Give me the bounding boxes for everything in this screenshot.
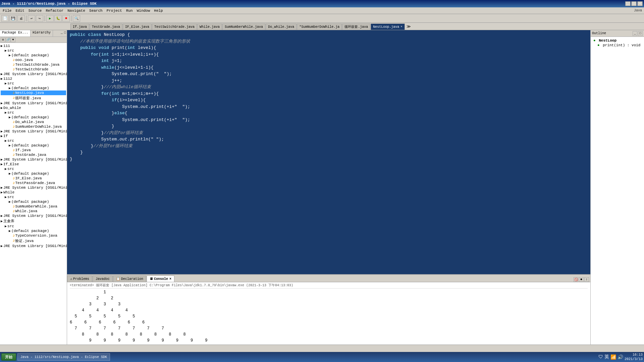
outline-max-button[interactable]: □ [638,31,643,36]
tab-while-java[interactable]: While.java [197,23,222,30]
tree-item[interactable]: ▶src [1,224,66,229]
tree-item[interactable]: JWhile.java [1,209,66,214]
tab-if-java[interactable]: If.java [70,23,89,30]
tree-item[interactable]: ▶(default package) [1,86,66,90]
tree-item[interactable]: ▶src [1,110,66,115]
tab-sumnumberdowhile-java[interactable]: *SumNumberDoWhile.ja [297,23,342,30]
tree-item[interactable]: ▶(default package) [1,53,66,58]
maximize-button[interactable]: □ [631,1,637,6]
close-button[interactable]: × [637,1,643,6]
tree-item[interactable]: ▶主倉库 [1,218,66,224]
menu-edit[interactable]: Edit [13,8,26,13]
tree-item[interactable]: JDo_while.java [1,120,66,124]
menu-help[interactable]: Help [152,8,165,13]
tree-item[interactable]: ▶JRE System Library [OSGi/Minis] [1,72,66,76]
tab-console[interactable]: 🖥 Console × [147,276,174,282]
view-menu-button[interactable]: ▼ [11,38,15,42]
tab-nestloop-java[interactable]: NestLoop.java × [371,23,405,30]
tree-item[interactable]: ▶src [1,167,66,171]
tree-item[interactable]: JSumNumberWhile.java [1,204,66,209]
tree-item[interactable]: Jooo.java [1,58,66,62]
code-editor[interactable]: public class NestLoop { //本程序使用循环语句结构的嵌套… [67,30,590,274]
tab-if-else-java[interactable]: IF_Else.java [123,23,152,30]
debug-button[interactable]: 🐛 [54,15,62,22]
menu-source[interactable]: Source [26,8,44,13]
tree-item[interactable]: ▶JRE System Library [OSGi/Minis] [1,185,66,190]
menu-file[interactable]: File [1,8,13,13]
tab-testgrade-java[interactable]: TestGrade.java [90,23,122,30]
tab-problems[interactable]: ⚠ Problems [67,276,92,282]
console-close-icon[interactable]: × [169,277,171,281]
menu-search[interactable]: Search [87,8,105,13]
tree-item[interactable]: JTestSwitchGrade.java [1,62,66,67]
link-editor-button[interactable]: 🔗 [6,38,10,42]
search-button[interactable]: 🔍 [73,15,80,22]
window-controls[interactable]: _ □ × [625,1,643,6]
tree-item[interactable]: ▶JRE System Library [OSGi/Minis] [1,214,66,218]
tree-item[interactable]: ▶111 [1,44,66,48]
menu-window[interactable]: Window [135,8,152,13]
save-button[interactable]: 💾 [9,15,17,22]
tree-item[interactable]: JTypeConversion.java [1,233,66,238]
collapse-all-button[interactable]: ⊟ [1,38,5,42]
minimize-button[interactable]: _ [625,1,631,6]
tree-item[interactable]: JTestGrade.java [1,153,66,157]
stop-button[interactable]: ■ [62,15,70,22]
tree-item[interactable]: ▶1112 [1,76,66,81]
menu-refactor[interactable]: Refactor [44,8,65,13]
tree-item[interactable]: ▶While [1,190,66,195]
outline-item-print[interactable]: ● print(int) : void [592,43,643,48]
console-clear-button[interactable]: 🚫 [574,277,578,282]
outline-item-nestloop[interactable]: ● NestLoop [592,38,643,43]
tree-item[interactable]: J验证.java [1,238,66,244]
tree-item[interactable]: JTestPassGrade.java [1,181,66,185]
tab-sumnumberwhile-java[interactable]: SumNumberWhile.java [222,23,265,30]
console-stop-button[interactable]: ■ [579,277,584,282]
tree-item[interactable]: ▶src [1,195,66,199]
tab-do-while-java[interactable]: Do_while.java [266,23,297,30]
tree-item[interactable]: ▶If_Else [1,162,66,167]
tab-testswitchgrade-java[interactable]: TestSwitchGrade.java [152,23,197,30]
tree-item[interactable]: JIF_Else.java [1,176,66,181]
tab-loopnested-java[interactable]: 循环嵌套.java [342,23,370,30]
tree-item[interactable]: ▶(default package) [1,171,66,176]
tree-item[interactable]: ▶(default package) [1,143,66,148]
sidebar-tab-package-explorer[interactable]: Package Ex... [0,30,31,37]
tree-item[interactable]: ▶(default package) [1,199,66,204]
tree-item[interactable]: ▶JRE System Library [OSGi/Minis] [1,101,66,106]
tab-javadoc[interactable]: Javadoc [93,276,113,282]
menu-project[interactable]: Project [105,8,124,13]
tree-item[interactable]: ▶Do_while [1,106,66,110]
tab-close-icon[interactable]: × [400,25,402,28]
editor-area[interactable]: public class NestLoop { //本程序使用循环语句结构的嵌套… [67,30,590,274]
run-button[interactable]: ▶ [46,15,54,22]
tree-item[interactable]: ▶(default package) [1,115,66,120]
outline-min-button[interactable]: _ [633,31,637,36]
tree-item[interactable]: ▶If [1,134,66,138]
sidebar-max-button[interactable]: □ [63,30,67,37]
taskbar-eclipse-item[interactable]: Java - 1112/src/NestLoop.java - Eclipse … [17,353,110,361]
tree-item[interactable]: JTestSwitchGrade [1,67,66,72]
sidebar-min-button[interactable]: _ [60,30,63,37]
start-button[interactable]: 开始 [1,353,16,361]
tree-item[interactable]: ▶src [1,138,66,143]
menu-run[interactable]: Run [124,8,135,13]
tree-item[interactable]: ▶JRE System Library [OSGi/Minis] [1,157,66,162]
redo-button[interactable]: ↪ [36,15,43,22]
undo-button[interactable]: ↩ [28,15,35,22]
tree-item[interactable]: ▶(default package) [1,229,66,233]
menu-navigate[interactable]: Navigate [65,8,87,13]
tree-item[interactable]: J循环嵌套.java [1,95,66,101]
tree-item[interactable]: JNestLoop.java [1,90,66,95]
tree-item[interactable]: ▶JRE System Library [OSGi/Minis] [1,244,66,248]
tree-item[interactable]: JSumNumberDoWhile.java [1,124,66,129]
tab-overflow-button[interactable]: ≫ [405,23,412,30]
sidebar-tab-hierarchy[interactable]: Hierarchy [31,30,53,37]
tab-declaration[interactable]: 📋 Declaration [113,276,146,282]
tree-item[interactable]: ▶JRE System Library [OSGi/Minis] [1,129,66,134]
new-button[interactable]: 📄 [1,15,9,22]
print-button[interactable]: 🖨 [17,15,25,22]
console-scroll-button[interactable]: ↕ [584,277,589,282]
tree-item[interactable]: ▶src [1,48,66,53]
tree-item[interactable]: ▶src [1,81,66,86]
